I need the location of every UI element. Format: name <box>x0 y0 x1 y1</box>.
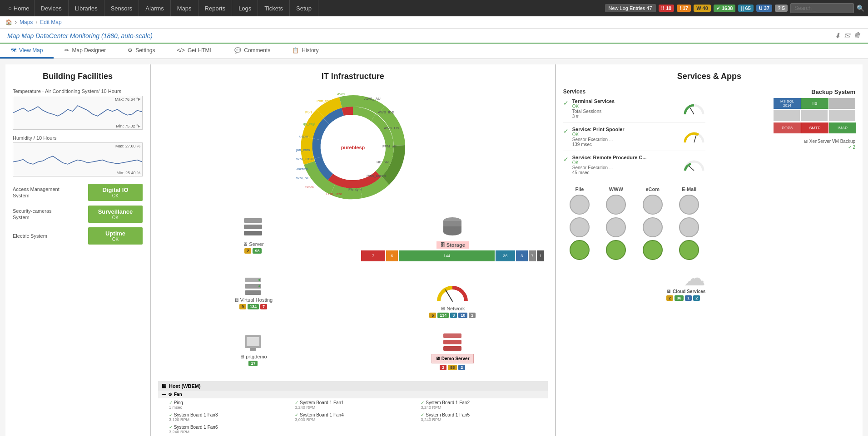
search-icon[interactable]: 🔍 <box>857 5 864 12</box>
tab-history[interactable]: 📋 History <box>281 44 329 59</box>
backup-cell-imap: IMAP <box>829 122 856 133</box>
svg-line-42 <box>689 166 694 171</box>
prtgdemo-icon <box>242 331 264 354</box>
breadcrumb-maps-link[interactable]: Maps <box>20 19 33 25</box>
tab-get-html[interactable]: </> Get HTML <box>166 44 224 59</box>
tab-comments[interactable]: 💬 Comments <box>223 44 281 59</box>
svg-text:AWS_US: AWS_US <box>384 126 399 130</box>
cloud-badge-blue2[interactable]: 2 <box>693 295 700 301</box>
tab-settings[interactable]: ⚙ Settings <box>117 44 166 59</box>
nav-setup[interactable]: Setup <box>290 0 318 16</box>
donut-chart: pureblesp AWS_IAU AWS_IDE AWS_US FFM_all… <box>294 88 412 206</box>
net-badge-green[interactable]: 134 <box>437 313 449 318</box>
nav-sensors[interactable]: Sensors <box>104 0 139 16</box>
it-infrastructure-title: IT Infrastructure <box>158 72 548 81</box>
tabs-bar: 🗺 View Map ✏ Map Designer ⚙ Settings </>… <box>0 44 868 59</box>
ecom-circle-1 <box>643 195 663 215</box>
prtgdemo-item: 🖥 prtgdemo 17 <box>158 327 348 374</box>
nav-maps[interactable]: Maps <box>171 0 198 16</box>
nav-alarms[interactable]: Alarms <box>139 0 170 16</box>
badge-ok[interactable]: ✓ 1638 <box>714 5 736 12</box>
access-management-box[interactable]: Digital IO OK <box>88 184 143 201</box>
tab-view-map[interactable]: 🗺 View Map <box>0 44 54 59</box>
badge-warning[interactable]: ! 17 <box>677 5 691 12</box>
tab-map-designer[interactable]: ✏ Map Designer <box>54 44 117 59</box>
home-nav-item[interactable]: ○ Home <box>4 0 35 16</box>
infra-mid-row: 🖥 Virtual Hosting 9 134 7 🖥 <box>158 270 548 322</box>
search-input[interactable] <box>790 3 854 13</box>
storage-item: 🗄 Storage 7 6 144 36 3 7 1 <box>357 212 548 265</box>
backup-cell-empty3 <box>801 110 828 121</box>
terminal-services-status: OK <box>572 104 680 109</box>
demo-badge-blue[interactable]: 2 <box>458 365 465 370</box>
svg-line-33 <box>446 290 452 301</box>
vh-badge-green[interactable]: 134 <box>248 304 259 309</box>
temp-min: Min: 75.02 °F <box>116 124 140 128</box>
print-spooler-status: OK <box>572 132 680 137</box>
cloud-badge-yellow[interactable]: 2 <box>666 295 673 301</box>
net-badge-gray[interactable]: 2 <box>469 313 476 318</box>
demo-badge-yellow[interactable]: 88 <box>448 365 457 370</box>
badge-unknown[interactable]: ? 5 <box>775 5 788 12</box>
demo-badge-red[interactable]: 2 <box>440 365 446 370</box>
email-circle-1 <box>679 195 699 215</box>
map-designer-icon: ✏ <box>64 47 69 54</box>
svg-text:Pian_anced: Pian_anced <box>367 174 386 178</box>
nav-logs[interactable]: Logs <box>232 0 258 16</box>
email-icon[interactable]: ✉ <box>844 31 850 40</box>
file-indicator: File <box>563 186 596 260</box>
print-spooler-info: Service: Print Spooler OK Sensor Executi… <box>572 127 680 147</box>
top-nav: ○ Home Devices Libraries Sensors Alarms … <box>0 0 868 16</box>
nav-reports[interactable]: Reports <box>198 0 233 16</box>
cloud-badge-green[interactable]: 36 <box>675 295 684 301</box>
humidity-chart-label: Humidity / 10 Hours <box>13 135 143 141</box>
terminal-services-check-icon: ✓ <box>563 99 569 107</box>
net-badge-yellow[interactable]: 5 <box>429 313 436 318</box>
svg-rect-39 <box>443 346 461 351</box>
www-circle-2 <box>606 217 626 237</box>
security-cameras-status: Security-camerasSystem Surveillance OK <box>13 206 143 223</box>
server-badge-yellow[interactable]: 2 <box>244 248 251 254</box>
vh-badge-yellow[interactable]: 9 <box>239 304 246 309</box>
svg-text:Port_tbd: Port_tbd <box>317 99 330 103</box>
nav-tickets[interactable]: Tickets <box>258 0 290 16</box>
net-badge-teal[interactable]: 3 <box>450 313 457 318</box>
nav-libraries[interactable]: Libraries <box>69 0 104 16</box>
building-facilities-title: Building Facilities <box>13 72 143 81</box>
prtgdemo-badge-green[interactable]: 17 <box>248 361 258 366</box>
badge-paused[interactable]: || 65 <box>738 5 753 12</box>
breadcrumb-edit-map-link[interactable]: Edit Map <box>40 19 61 25</box>
download-icon[interactable]: ⬇ <box>834 31 840 40</box>
badge-critical[interactable]: !! 10 <box>659 5 675 12</box>
rpc-detail1: Sensor Execution ... <box>572 165 680 170</box>
breadcrumb: 🏠 › Maps › Edit Map <box>0 16 868 29</box>
nav-right-area: New Log Entries 47 !! 10 ! 17 W 40 ✓ 163… <box>605 3 864 13</box>
host-collapse-icon[interactable]: ▦ <box>162 383 166 389</box>
terminal-services-gauge <box>683 98 705 118</box>
nav-devices[interactable]: Devices <box>35 0 69 16</box>
fan-collapse-icon[interactable]: — <box>162 392 166 397</box>
host-wbem-header: ▦ Host (WBEM) <box>158 381 548 391</box>
badge-minor[interactable]: W 40 <box>694 5 711 12</box>
temp-max: Max: 76.64 °F <box>115 97 140 102</box>
svg-rect-38 <box>443 340 461 344</box>
delete-icon[interactable]: 🗑 <box>853 31 861 40</box>
badge-unusual[interactable]: U 37 <box>756 5 772 12</box>
breadcrumb-home-icon[interactable]: 🏠 <box>5 19 12 25</box>
cloud-badge-blue1[interactable]: 1 <box>685 295 692 301</box>
donut-chart-container: pureblesp AWS_IAU AWS_IDE AWS_US FFM_all… <box>158 88 548 206</box>
server-badge-green[interactable]: 98 <box>253 248 262 254</box>
services-section: Services ✓ Terminal Services OK Total Se… <box>563 88 706 179</box>
rpc-check-icon: ✓ <box>563 156 569 163</box>
services-left-col: Services ✓ Terminal Services OK Total Se… <box>563 88 706 301</box>
virtual-hosting-badges: 9 134 7 <box>239 304 267 309</box>
access-management-status: Access ManagementSystem Digital IO OK <box>13 184 143 201</box>
svg-point-32 <box>258 285 260 287</box>
electric-system-box[interactable]: Uptime OK <box>88 227 143 245</box>
vh-badge-red[interactable]: 7 <box>260 304 267 309</box>
security-cameras-box[interactable]: Surveillance OK <box>88 206 143 223</box>
backup-system-title: Backup System <box>811 88 855 95</box>
services-apps-title: Services & Apps <box>563 72 855 81</box>
net-badge-blue[interactable]: 10 <box>458 313 467 318</box>
new-log-button[interactable]: New Log Entries 47 <box>605 4 656 12</box>
